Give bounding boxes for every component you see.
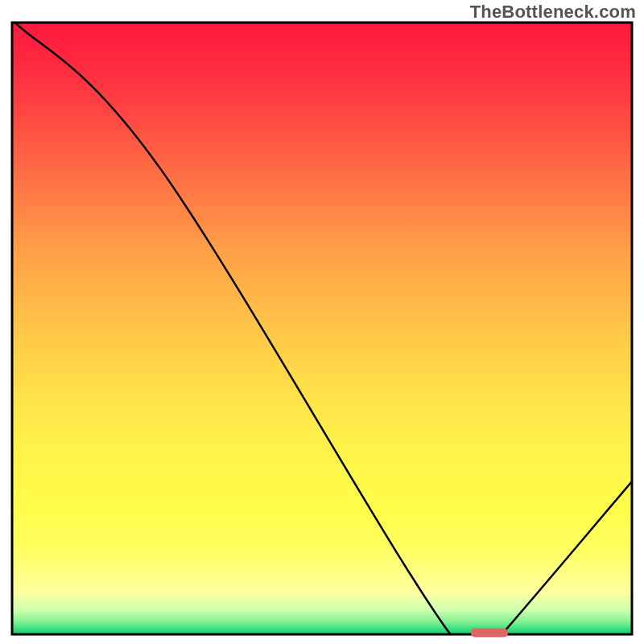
plot-svg [0,0,644,644]
gradient-background [12,23,632,634]
watermark-label: TheBottleneck.com [470,2,636,23]
optimal-marker [471,629,508,638]
bottleneck-chart: TheBottleneck.com [0,0,644,644]
